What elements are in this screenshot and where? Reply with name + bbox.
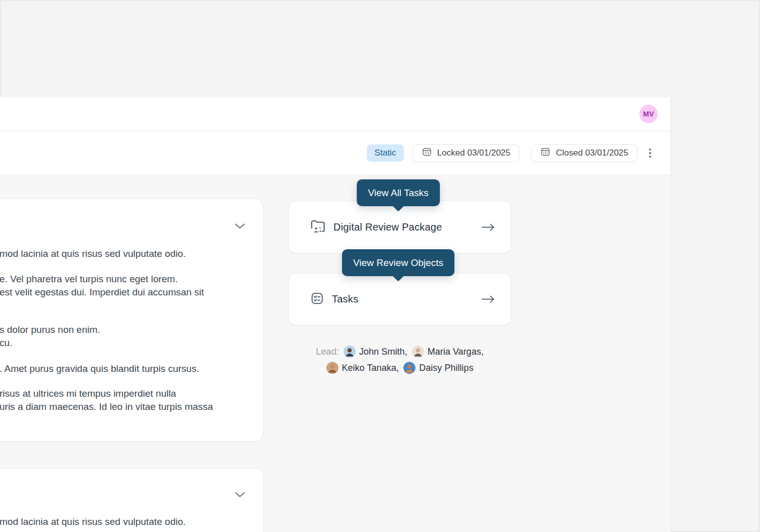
- avatar: [344, 346, 356, 358]
- description-card-2: mod lacinia at quis risus sed vulputate …: [0, 468, 263, 532]
- folder-users-icon: [310, 218, 326, 237]
- calendar-icon: [540, 146, 551, 160]
- avatar: [403, 362, 415, 374]
- lead-person[interactable]: Daisy Phillips: [403, 360, 473, 376]
- chevron-down-icon[interactable]: [235, 222, 245, 232]
- overflow-menu-button[interactable]: [642, 144, 658, 162]
- text-line: cu.: [0, 336, 259, 350]
- lead-person[interactable]: Keiko Tanaka,: [326, 360, 399, 376]
- lead-label: Lead:: [316, 344, 339, 360]
- description-text: mod lacinia at quis risus sed vulputate …: [0, 199, 259, 413]
- arrow-right-icon: [481, 295, 496, 303]
- screenshot-root: { "topbar": { "avatar_initials": "MV" },…: [0, 0, 760, 532]
- arrow-right-icon: [481, 223, 496, 232]
- card-title: Tasks: [332, 293, 358, 305]
- text-line: s dolor purus non enim.: [0, 323, 259, 336]
- app-window: MV Static Locked 03/01/2025: [0, 97, 671, 532]
- text-line: risus at ultrices mi tempus imperdiet nu…: [0, 387, 259, 400]
- text-line: . Amet purus gravida quis blandit turpis…: [0, 362, 259, 375]
- user-avatar[interactable]: MV: [639, 105, 658, 123]
- header-bar: Static Locked 03/01/2025: [0, 131, 670, 175]
- text-line: mod lacinia at quis risus sed vulputate …: [0, 515, 259, 528]
- lead-person[interactable]: Maria Vargas,: [412, 344, 484, 360]
- lead-person[interactable]: John Smith,: [344, 344, 407, 360]
- closed-date-label: Closed 03/01/2025: [556, 148, 628, 158]
- locked-date-button[interactable]: Locked 03/01/2025: [412, 144, 520, 162]
- closed-date-button[interactable]: Closed 03/01/2025: [531, 144, 637, 162]
- text-line: e. Vel pharetra vel turpis nunc eget lor…: [0, 273, 259, 286]
- description-text: mod lacinia at quis risus sed vulputate …: [0, 469, 259, 528]
- lead-person-name: John Smith,: [359, 344, 407, 360]
- description-card: mod lacinia at quis risus sed vulputate …: [0, 199, 263, 442]
- view-review-objects-tooltip: View Review Objects: [342, 249, 454, 276]
- lead-people: Lead: John Smith,: [288, 344, 511, 376]
- avatar: [326, 362, 338, 374]
- chevron-down-icon[interactable]: [235, 491, 245, 500]
- text-line: est velit egestas dui. Imperdiet dui acc…: [0, 286, 259, 299]
- text-line: mod lacinia at quis risus sed vulputate …: [0, 247, 259, 260]
- content-area: mod lacinia at quis risus sed vulputate …: [0, 175, 670, 532]
- calendar-icon: [422, 146, 432, 160]
- tasks-card[interactable]: Tasks: [288, 273, 511, 325]
- locked-date-label: Locked 03/01/2025: [437, 148, 511, 158]
- lead-person-name: Keiko Tanaka,: [342, 360, 399, 376]
- status-badge: Static: [367, 144, 404, 162]
- checklist-icon: [310, 291, 325, 308]
- top-bar: MV: [0, 97, 670, 131]
- avatar: [412, 346, 424, 358]
- lead-person-name: Daisy Phillips: [419, 360, 473, 376]
- card-title: Digital Review Package: [333, 221, 442, 233]
- view-all-tasks-tooltip: View All Tasks: [357, 179, 440, 206]
- text-line: uris a diam maecenas. Id leo in vitae tu…: [0, 400, 259, 413]
- lead-person-name: Maria Vargas,: [428, 344, 484, 360]
